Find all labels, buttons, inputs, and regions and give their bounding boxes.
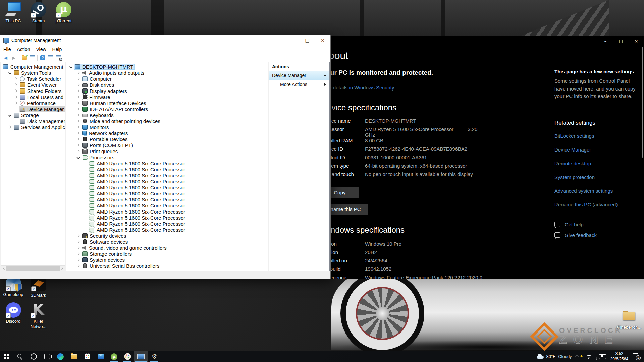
tree-item-event-viewer[interactable]: Event Viewer	[1, 82, 65, 88]
tree-item-processors[interactable]: Processors	[66, 154, 268, 160]
taskbar-task-view-button[interactable]	[40, 351, 54, 362]
console-tree-icon[interactable]	[47, 54, 55, 61]
expand-chevron-icon[interactable]	[14, 89, 17, 92]
tree-item-system-tools[interactable]: System Tools	[1, 70, 65, 76]
scrollbar-thumb[interactable]	[6, 266, 60, 271]
tree-item-system-devices[interactable]: System devices	[66, 257, 268, 263]
tree-item-computer-management-local[interactable]: Computer Management (Local)	[1, 64, 65, 70]
taskbar-file-explorer-button[interactable]	[67, 351, 80, 362]
close-button[interactable]: ×	[315, 35, 330, 45]
tree-item-amd-ryzen-5-1600-six-core-processor[interactable]: AMD Ryzen 5 1600 Six-Core Processor	[66, 221, 268, 227]
collapse-chevron-icon[interactable]	[8, 113, 12, 117]
bitlocker-settings-link[interactable]: BitLocker settings	[554, 133, 639, 139]
tree-item-print-queues[interactable]: Print queues	[66, 148, 268, 154]
advanced-system-settings-link[interactable]: Advanced system settings	[554, 188, 639, 194]
collapse-arrow-icon[interactable]	[323, 74, 327, 76]
tree-item-storage-controllers[interactable]: Storage controllers	[66, 251, 268, 257]
tree-item-disk-management[interactable]: Disk Management	[1, 118, 65, 124]
taskbar-computer-management-button[interactable]	[134, 351, 148, 362]
collapse-chevron-icon[interactable]	[69, 65, 73, 68]
touch-keyboard-icon[interactable]	[599, 354, 606, 359]
tree-item-amd-ryzen-5-1600-six-core-processor[interactable]: AMD Ryzen 5 1600 Six-Core Processor	[66, 215, 268, 221]
device-manager-link[interactable]: Device Manager	[554, 147, 639, 153]
tree-item-software-devices[interactable]: Software devices	[66, 239, 268, 245]
expand-chevron-icon[interactable]	[77, 264, 79, 267]
desktop-icon-discord[interactable]: ↗Discord	[1, 302, 26, 329]
taskbar-cortana-button[interactable]	[27, 351, 40, 362]
system-protection-link[interactable]: System protection	[554, 174, 639, 180]
tree-item-security-devices[interactable]: Security devices	[66, 233, 268, 239]
minimize-button[interactable]: –	[598, 36, 613, 46]
back-icon[interactable]: ◀	[2, 54, 10, 61]
help-icon[interactable]: ?	[39, 54, 47, 61]
expand-chevron-icon[interactable]	[8, 126, 11, 128]
taskbar-search-button[interactable]	[13, 351, 27, 362]
console-window-icon[interactable]	[28, 54, 36, 61]
clock[interactable]: 3:52 29/6/2564	[610, 351, 628, 362]
expand-chevron-icon[interactable]	[77, 71, 79, 74]
expand-chevron-icon[interactable]	[77, 83, 79, 86]
tree-item-performance[interactable]: Performance	[1, 100, 65, 106]
tree-item-storage[interactable]: Storage	[1, 112, 65, 118]
weather-widget[interactable]: 80°F Cloudy	[537, 354, 572, 359]
tree-item-shared-folders[interactable]: Shared Folders	[1, 88, 65, 94]
tree-item-ports-com-lpt[interactable]: Ports (COM & LPT)	[66, 142, 268, 148]
expand-chevron-icon[interactable]	[14, 96, 17, 98]
taskbar-start-button[interactable]	[0, 351, 13, 362]
taskbar-edge-button[interactable]	[54, 351, 67, 362]
scroll-left-button[interactable]	[1, 266, 6, 271]
taskbar-paint-button[interactable]	[121, 351, 134, 362]
scan-hardware-icon[interactable]	[55, 54, 63, 61]
expand-chevron-icon[interactable]	[77, 89, 79, 92]
maximize-button[interactable]: □	[300, 35, 315, 45]
collapse-chevron-icon[interactable]	[77, 156, 80, 159]
minimize-button[interactable]: –	[284, 35, 300, 45]
rename-this-pc-advanced-link[interactable]: Rename this PC (advanced)	[554, 202, 639, 207]
desktop-icon-torrent[interactable]: ↗µTorrent	[51, 2, 76, 23]
windows-security-link[interactable]: See details in Windows Security	[323, 85, 394, 90]
tree-item-portable-devices[interactable]: Portable Devices	[66, 136, 268, 142]
expand-chevron-icon[interactable]	[77, 252, 79, 255]
tree-item-sound-video-and-game-controllers[interactable]: Sound, video and game controllers	[66, 245, 268, 251]
expand-chevron-icon[interactable]	[77, 258, 79, 261]
tree-item-device-manager[interactable]: Device Manager	[1, 106, 65, 112]
tree-item-amd-ryzen-5-1600-six-core-processor[interactable]: AMD Ryzen 5 1600 Six-Core Processor	[66, 208, 268, 215]
taskbar-utorrent-button[interactable]: µ	[107, 351, 121, 362]
taskbar-mail-button[interactable]	[94, 351, 107, 362]
more-actions-item[interactable]: More Actions	[269, 80, 329, 89]
expand-chevron-icon[interactable]	[77, 240, 79, 243]
tree-item-mice-and-other-pointing-devices[interactable]: Mice and other pointing devices	[66, 118, 268, 124]
tree-item-disk-drives[interactable]: Disk drives	[66, 82, 268, 88]
action-center-icon[interactable]: 1	[633, 353, 641, 360]
actions-device-manager-section[interactable]: Device Manager	[269, 71, 329, 80]
collapse-chevron-icon[interactable]	[8, 71, 12, 74]
forward-icon[interactable]: ▶	[10, 54, 18, 61]
wifi-icon[interactable]	[586, 354, 592, 359]
tree-item-amd-ryzen-5-1600-six-core-processor[interactable]: AMD Ryzen 5 1600 Six-Core Processor	[66, 172, 268, 178]
expand-chevron-icon[interactable]	[77, 132, 79, 134]
expand-chevron-icon[interactable]	[77, 144, 79, 146]
tree-item-firmware[interactable]: Firmware	[66, 94, 268, 100]
menu-view[interactable]: View	[33, 46, 49, 53]
tree-item-amd-ryzen-5-1600-six-core-processor[interactable]: AMD Ryzen 5 1600 Six-Core Processor	[66, 184, 268, 190]
tree-item-network-adapters[interactable]: Network adapters	[66, 130, 268, 136]
tree-item-services-and-applications[interactable]: Services and Applications	[1, 124, 65, 130]
tree-item-amd-ryzen-5-1600-six-core-processor[interactable]: AMD Ryzen 5 1600 Six-Core Processor	[66, 160, 268, 166]
tree-item-amd-ryzen-5-1600-six-core-processor[interactable]: AMD Ryzen 5 1600 Six-Core Processor	[66, 227, 268, 233]
tree-item-amd-ryzen-5-1600-six-core-processor[interactable]: AMD Ryzen 5 1600 Six-Core Processor	[66, 202, 268, 208]
expand-chevron-icon[interactable]	[14, 102, 17, 104]
desktop-icon-killer-netwo[interactable]: ↗Killer Netwo...	[26, 302, 51, 329]
tree-item-display-adapters[interactable]: Display adapters	[66, 88, 268, 94]
taskbar-store-button[interactable]	[80, 351, 94, 362]
expand-chevron-icon[interactable]	[77, 246, 79, 249]
tree-item-amd-ryzen-5-1600-six-core-processor[interactable]: AMD Ryzen 5 1600 Six-Core Processor	[66, 166, 268, 172]
tree-item-keyboards[interactable]: Keyboards	[66, 112, 268, 118]
hidden-icons-chevron-icon[interactable]	[575, 355, 579, 359]
tree-item-desktop-mghtmrt[interactable]: DESKTOP-MGHTMRT	[66, 64, 268, 70]
remote-desktop-link[interactable]: Remote desktop	[554, 161, 639, 166]
expand-chevron-icon[interactable]	[77, 234, 79, 237]
tree-item-local-users-and-groups[interactable]: Local Users and Groups	[1, 94, 65, 100]
desktop-icon-this-pc[interactable]: This PC	[1, 2, 26, 23]
taskbar-settings-button[interactable]: ⚙	[148, 351, 161, 362]
tree-item-amd-ryzen-5-1600-six-core-processor[interactable]: AMD Ryzen 5 1600 Six-Core Processor	[66, 196, 268, 202]
